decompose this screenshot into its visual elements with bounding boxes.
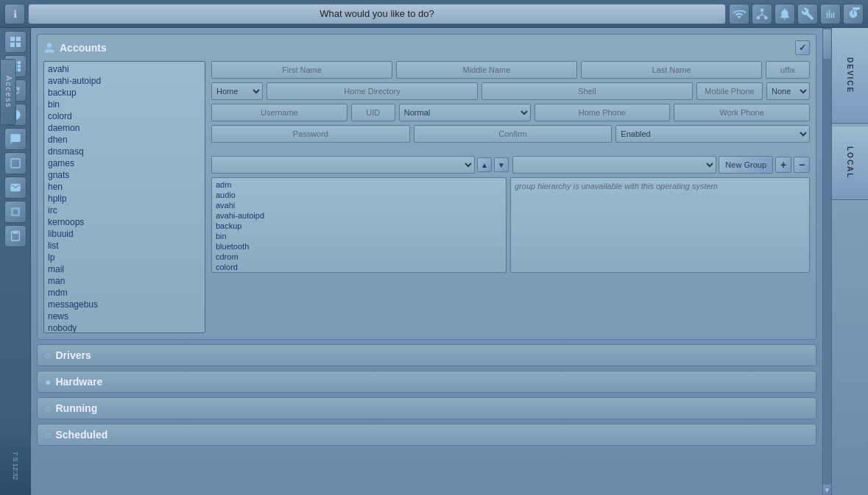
user-list-item[interactable]: man (46, 275, 203, 287)
arrow-up-button[interactable]: ▲ (477, 157, 492, 172)
info-icon[interactable]: ℹ (4, 4, 25, 24)
mobile-phone-input[interactable] (696, 82, 763, 100)
user-list-item[interactable]: bin (46, 99, 203, 110)
drivers-icon: ○ (45, 349, 51, 361)
wifi-icon[interactable] (729, 4, 749, 24)
available-groups-list[interactable]: admaudioavahiavahi-autoipdbackupbinbluet… (211, 177, 507, 273)
group-list-item[interactable]: avahi-autoipd (214, 210, 504, 221)
account-status-select[interactable]: Enabled Disabled (615, 125, 810, 143)
svg-point-0 (761, 8, 764, 12)
accounts-header: Accounts ✓ (43, 40, 810, 55)
running-section: ○ Running (37, 397, 816, 419)
remove-group-button[interactable]: − (794, 157, 810, 173)
shell-input[interactable] (481, 82, 693, 100)
drivers-label: Drivers (55, 349, 91, 361)
user-list-item[interactable]: libuuid (46, 228, 203, 240)
drivers-section: ○ Drivers (37, 344, 816, 366)
access-tab[interactable]: Access (0, 59, 16, 125)
hardware-icon: ● (45, 376, 51, 388)
home-type-select[interactable]: Home Root Custom (211, 82, 263, 100)
hardware-label: Hardware (55, 376, 102, 388)
time-display: 7 S 12:32 (0, 436, 31, 495)
power-icon[interactable] (843, 4, 864, 24)
user-list-item[interactable]: backup (46, 87, 203, 99)
name-row (211, 61, 810, 79)
sidebar-btn-email[interactable] (4, 177, 27, 199)
hardware-header[interactable]: ● Hardware (38, 371, 816, 392)
new-group-button[interactable]: New Group (719, 156, 773, 174)
user-list-item[interactable]: games (46, 157, 203, 169)
drivers-header[interactable]: ○ Drivers (38, 345, 816, 366)
sidebar-btn-box[interactable] (4, 201, 27, 223)
group-list-item[interactable]: avahi (214, 200, 504, 210)
scrollbar-down-button[interactable]: ▼ (823, 485, 831, 495)
main-scrollbar[interactable]: ▼ (822, 28, 831, 495)
groups-lists-row: admaudioavahiavahi-autoipdbackupbinbluet… (211, 177, 810, 273)
running-header[interactable]: ○ Running (38, 398, 816, 419)
home-directory-input[interactable] (267, 82, 478, 100)
account-type-select[interactable]: Normal Administrator Standard (399, 104, 531, 121)
home-phone-input[interactable] (534, 104, 671, 121)
scheduled-header[interactable]: ○ Scheduled (38, 424, 816, 445)
user-list-item[interactable]: news (46, 310, 203, 322)
arrow-down-button[interactable]: ▼ (494, 157, 509, 172)
group-list-item[interactable]: bin (214, 231, 504, 241)
local-tab[interactable]: LOCAL (832, 127, 868, 200)
bell-icon[interactable] (775, 4, 795, 24)
svg-rect-9 (18, 61, 21, 64)
group-list-item[interactable]: colord (214, 262, 504, 272)
sidebar-btn-square[interactable] (4, 152, 27, 174)
user-list-item[interactable]: dnsmasq (46, 146, 203, 157)
user-list-item[interactable]: nobody (46, 322, 203, 333)
group-list-item[interactable]: backup (214, 221, 504, 231)
network-icon[interactable] (752, 4, 772, 24)
accounts-panel: Accounts ✓ avahiavahi-autoipdbackupbinco… (37, 34, 816, 340)
group-list-item[interactable]: adm (214, 179, 504, 190)
user-list-item[interactable]: kernoops (46, 216, 203, 228)
running-icon: ○ (45, 402, 51, 414)
scheduled-label: Scheduled (55, 429, 107, 441)
user-list-item[interactable]: messagebus (46, 299, 203, 310)
user-list-item[interactable]: mail (46, 263, 203, 275)
user-list-item[interactable]: daemon (46, 122, 203, 134)
middle-name-input[interactable] (396, 61, 577, 79)
accounts-close-button[interactable]: ✓ (795, 40, 810, 55)
user-list-item[interactable]: colord (46, 110, 203, 122)
group-select-right[interactable] (512, 156, 716, 174)
last-name-input[interactable] (581, 61, 762, 79)
svg-rect-3 (10, 37, 15, 41)
suffix-input[interactable] (766, 61, 810, 79)
first-name-input[interactable] (211, 61, 392, 79)
sidebar-btn-grid[interactable] (4, 31, 27, 53)
chart-icon[interactable] (820, 4, 841, 24)
sidebar-btn-chat[interactable] (4, 128, 27, 150)
password-input[interactable] (211, 125, 410, 143)
user-list-item[interactable]: avahi-autoipd (46, 75, 203, 87)
user-list-item[interactable]: gnats (46, 169, 203, 181)
user-list-item[interactable]: avahi (46, 63, 203, 75)
user-list-item[interactable]: mdm (46, 287, 203, 299)
group-list-item[interactable]: bluetooth (214, 241, 504, 252)
work-phone-input[interactable] (674, 104, 810, 121)
top-bar-icons (729, 4, 864, 24)
sidebar-btn-clipboard[interactable] (4, 225, 27, 247)
user-list-item[interactable]: hen (46, 181, 203, 193)
mobile-phone-type-select[interactable]: None Mobile (766, 82, 810, 100)
group-list-item[interactable]: audio (214, 190, 504, 200)
username-input[interactable] (211, 104, 347, 121)
form-spacer (211, 146, 810, 152)
user-list-item[interactable]: hplip (46, 193, 203, 204)
user-list-item[interactable]: irc (46, 204, 203, 216)
user-list-item[interactable]: lp (46, 252, 203, 263)
user-list[interactable]: avahiavahi-autoipdbackupbincolorddaemond… (43, 61, 205, 333)
uid-input[interactable] (351, 104, 395, 121)
wrench-icon[interactable] (797, 4, 818, 24)
device-tab[interactable]: DEVICE (832, 28, 868, 124)
user-list-item[interactable]: dhen (46, 134, 203, 146)
confirm-input[interactable] (414, 125, 613, 143)
group-select-left[interactable] (211, 156, 475, 174)
add-group-button[interactable]: + (775, 157, 791, 173)
scrollbar-thumb[interactable] (823, 29, 831, 59)
group-list-item[interactable]: cdrom (214, 252, 504, 262)
user-list-item[interactable]: list (46, 240, 203, 252)
